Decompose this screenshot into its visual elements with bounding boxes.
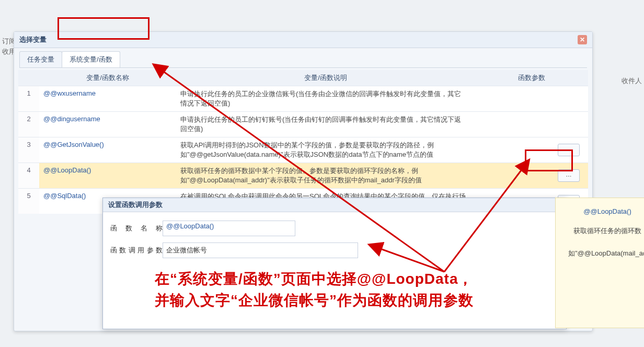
help-function-name: @@LoopData() [561, 207, 644, 215]
grid-header: 变量/函数名称 变量/函数说明 函数参数 [18, 70, 588, 86]
header-name: 变量/函数名称 [39, 70, 176, 86]
input-function-param[interactable] [163, 242, 358, 258]
header-param: 函数参数 [475, 70, 588, 86]
variable-description: 申请执行此任务的员工的企业微信账号(当任务由企业微信的回调事件触发时有此变量值，… [176, 86, 471, 111]
tab-task-variables[interactable]: 任务变量 [19, 51, 62, 67]
tab-system-variables[interactable]: 系统变量/函数 [62, 51, 120, 67]
help-description: 获取循环任务的循环数 [561, 225, 644, 237]
header-desc: 变量/函数说明 [176, 70, 475, 86]
table-row[interactable]: 1@@wxusername申请执行此任务的员工的企业微信账号(当任务由企业微信的… [18, 86, 588, 111]
label-function-name: 函数名称 [110, 224, 163, 233]
bg-label-recipient: 收件人 [622, 76, 642, 86]
params-button[interactable]: ... [558, 144, 580, 156]
table-row[interactable]: 3@@GetJsonValue()获取API调用时得到的JSON数据中的某个字段… [18, 137, 588, 163]
row-index: 5 [18, 189, 39, 214]
table-row[interactable]: 2@@dingusername申请执行此任务的员工的钉钉账号(当任务由钉钉的回调… [18, 111, 588, 137]
params-button[interactable]: ... [558, 169, 580, 182]
row-index: 1 [18, 86, 39, 111]
variables-grid: 变量/函数名称 变量/函数说明 函数参数 1@@wxusername申请执行此任… [18, 70, 588, 214]
value-function-name: @@LoopData() [163, 221, 295, 236]
variable-description: 申请执行此任务的员工的钉钉账号(当任务由钉钉的回调事件触发时有此变量值，其它情况… [176, 112, 471, 137]
row-index: 3 [18, 137, 39, 163]
sub-dialog-title: 设置函数调用参数 [103, 198, 566, 212]
variable-description: 获取API调用时得到的JSON数据中的某个字段的值，参数是要获取的字段的路径，例… [176, 137, 471, 163]
help-panel: @@LoopData() 获取循环任务的循环数 如"@@LoopData(mai… [555, 198, 644, 328]
dialog-title: 选择变量 [19, 32, 47, 48]
variable-name: @@wxusername [39, 86, 176, 111]
row-index: 2 [18, 112, 39, 137]
close-icon[interactable]: ✕ [578, 35, 587, 44]
set-function-params-dialog: 设置函数调用参数 函数名称 @@LoopData() 函数调用参数 [102, 198, 567, 329]
row-index: 4 [18, 163, 39, 188]
help-description-2: 如"@@LoopData(mail_ad [561, 247, 644, 259]
tabstrip: 任务变量 系统变量/函数 [19, 51, 587, 68]
variable-name: @@GetJsonValue() [39, 137, 176, 163]
variable-description: 获取循环任务的循环数据中某个字段的值。参数是要获取的循环字段的名称，例如"@@L… [176, 163, 471, 188]
dialog-titlebar: 选择变量 ✕ [14, 32, 592, 48]
table-row[interactable]: 4@@LoopData()获取循环任务的循环数据中某个字段的值。参数是要获取的循… [18, 163, 588, 188]
label-function-param: 函数调用参数 [110, 246, 163, 255]
variable-name: @@LoopData() [39, 163, 176, 188]
variable-name: @@dingusername [39, 112, 176, 137]
